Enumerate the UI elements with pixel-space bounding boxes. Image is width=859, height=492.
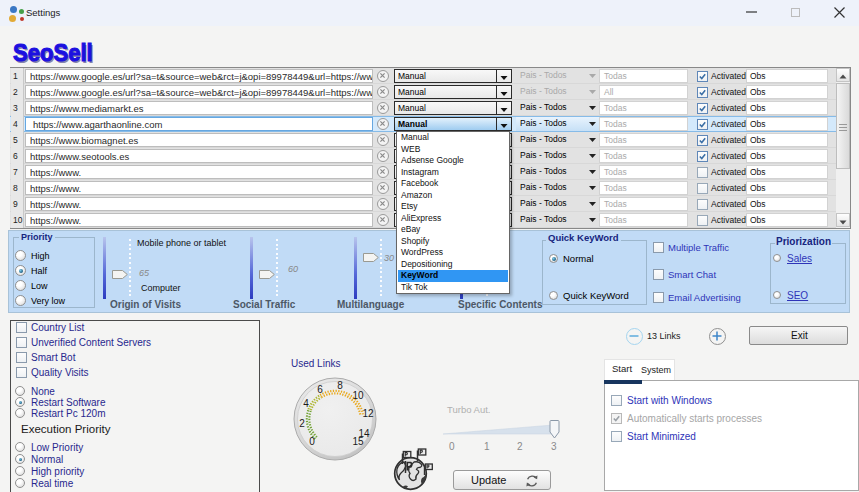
svg-text:0: 0 (309, 436, 315, 447)
svg-text:10: 10 (352, 390, 364, 401)
svg-text:4: 4 (303, 398, 309, 409)
svg-text:6: 6 (317, 384, 323, 395)
svg-text:2: 2 (299, 418, 305, 429)
svg-text:8: 8 (337, 380, 343, 391)
svg-text:15: 15 (352, 436, 364, 447)
svg-text:14: 14 (358, 428, 370, 439)
svg-text:12: 12 (362, 408, 374, 419)
